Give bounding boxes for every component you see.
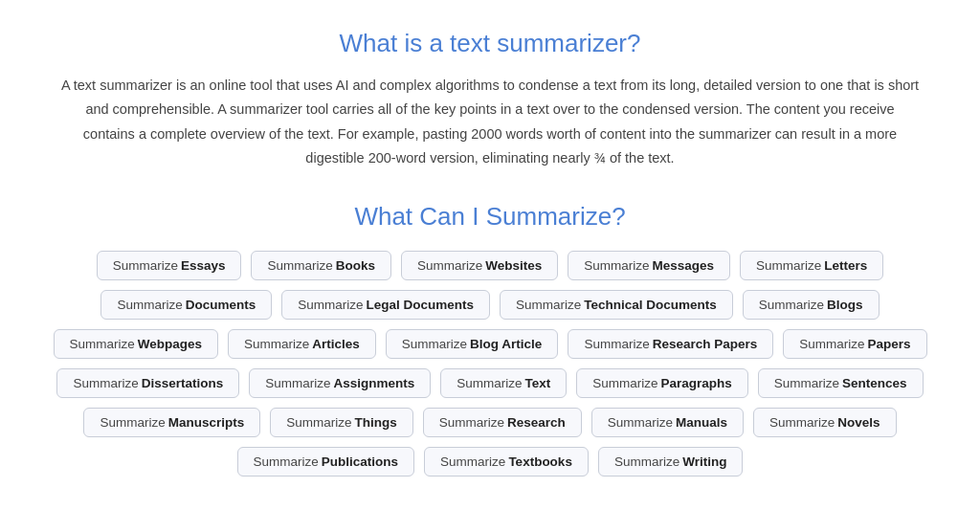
tag-websites[interactable]: SummarizeWebsites	[401, 251, 558, 280]
tag-manuals[interactable]: SummarizeManuals	[591, 408, 744, 437]
tag-blog-article[interactable]: SummarizeBlog Article	[386, 329, 559, 359]
tag-bold-label: Letters	[824, 258, 867, 273]
tag-prefix: Summarize	[402, 337, 467, 351]
tag-prefix: Summarize	[244, 337, 309, 351]
tag-articles[interactable]: SummarizeArticles	[228, 329, 376, 359]
tag-bold-label: Manuscripts	[168, 415, 245, 430]
tags-row-4: SummarizeManuscriptsSummarizeThingsSumma…	[83, 408, 896, 437]
tag-prefix: Summarize	[756, 258, 821, 273]
tag-prefix: Summarize	[584, 258, 649, 273]
tag-prefix: Summarize	[457, 376, 522, 390]
tag-prefix: Summarize	[592, 376, 657, 390]
tag-bold-label: Manuals	[676, 415, 727, 430]
tags-row-2: SummarizeWebpagesSummarizeArticlesSummar…	[54, 329, 927, 359]
tag-assignments[interactable]: SummarizeAssignments	[249, 368, 431, 398]
tag-prefix: Summarize	[113, 258, 178, 273]
tag-webpages[interactable]: SummarizeWebpages	[54, 329, 219, 359]
tag-bold-label: Websites	[485, 258, 542, 273]
tag-essays[interactable]: SummarizeEssays	[97, 251, 242, 280]
tag-papers[interactable]: SummarizePapers	[783, 329, 926, 359]
section2: What Can I Summarize? SummarizeEssaysSum…	[57, 202, 923, 477]
tag-prefix: Summarize	[584, 337, 649, 351]
tag-bold-label: Writing	[682, 454, 726, 469]
tag-novels[interactable]: SummarizeNovels	[753, 408, 897, 437]
tag-bold-label: Books	[336, 258, 375, 273]
tag-bold-label: Webpages	[138, 337, 202, 351]
tag-prefix: Summarize	[417, 258, 482, 273]
tag-prefix: Summarize	[440, 454, 505, 469]
tag-text[interactable]: SummarizeText	[440, 368, 567, 398]
section1-title: What is a text summarizer?	[57, 29, 923, 58]
tags-row-3: SummarizeDissertationsSummarizeAssignmen…	[56, 368, 923, 398]
tag-bold-label: Documents	[186, 298, 256, 312]
tag-bold-label: Sentences	[842, 376, 907, 390]
tag-prefix: Summarize	[73, 376, 138, 390]
tag-prefix: Summarize	[759, 298, 824, 312]
tag-paragraphs[interactable]: SummarizeParagraphs	[576, 368, 748, 398]
tag-letters[interactable]: SummarizeLetters	[740, 251, 883, 280]
tag-research-papers[interactable]: SummarizeResearch Papers	[568, 329, 773, 359]
tag-blogs[interactable]: SummarizeBlogs	[743, 290, 880, 320]
tag-bold-label: Paragraphs	[661, 376, 732, 390]
tags-row-5: SummarizePublicationsSummarizeTextbooksS…	[237, 447, 744, 477]
tag-prefix: Summarize	[614, 454, 679, 469]
tag-bold-label: Articles	[312, 337, 360, 351]
tags-row-0: SummarizeEssaysSummarizeBooksSummarizeWe…	[97, 251, 884, 280]
tag-writing[interactable]: SummarizeWriting	[598, 447, 744, 477]
tag-bold-label: Publications	[322, 454, 398, 469]
tag-publications[interactable]: SummarizePublications	[237, 447, 415, 477]
tag-prefix: Summarize	[774, 376, 839, 390]
tag-prefix: Summarize	[516, 298, 581, 312]
tag-bold-label: Research	[507, 415, 566, 430]
tag-prefix: Summarize	[254, 454, 319, 469]
tag-dissertations[interactable]: SummarizeDissertations	[56, 368, 239, 398]
tag-books[interactable]: SummarizeBooks	[251, 251, 391, 280]
tag-bold-label: Technical Documents	[584, 298, 717, 312]
tag-research[interactable]: SummarizeResearch	[423, 408, 582, 437]
tag-bold-label: Messages	[653, 258, 715, 273]
tag-sentences[interactable]: SummarizeSentences	[758, 368, 924, 398]
tag-things[interactable]: SummarizeThings	[270, 408, 413, 437]
tags-container: SummarizeEssaysSummarizeBooksSummarizeWe…	[57, 251, 923, 477]
tag-prefix: Summarize	[117, 298, 182, 312]
tag-legal-documents[interactable]: SummarizeLegal Documents	[281, 290, 490, 320]
tag-bold-label: Things	[354, 415, 396, 430]
section2-title: What Can I Summarize?	[57, 202, 923, 232]
tag-bold-label: Dissertations	[142, 376, 224, 390]
tag-prefix: Summarize	[608, 415, 673, 430]
tag-bold-label: Text	[524, 376, 550, 390]
tag-prefix: Summarize	[70, 337, 135, 351]
tag-bold-label: Textbooks	[508, 454, 572, 469]
tag-documents[interactable]: SummarizeDocuments	[100, 290, 272, 320]
section1-description: A text summarizer is an online tool that…	[59, 74, 921, 171]
tag-bold-label: Essays	[181, 258, 226, 273]
tag-prefix: Summarize	[265, 376, 330, 390]
tag-technical-documents[interactable]: SummarizeTechnical Documents	[500, 290, 733, 320]
tag-prefix: Summarize	[100, 415, 165, 430]
tag-messages[interactable]: SummarizeMessages	[568, 251, 730, 280]
tag-manuscripts[interactable]: SummarizeManuscripts	[83, 408, 260, 437]
tag-prefix: Summarize	[799, 337, 864, 351]
tag-bold-label: Papers	[867, 337, 910, 351]
tags-row-1: SummarizeDocumentsSummarizeLegal Documen…	[100, 290, 879, 320]
tag-bold-label: Blogs	[827, 298, 863, 312]
tag-prefix: Summarize	[439, 415, 504, 430]
tag-bold-label: Assignments	[333, 376, 414, 390]
tag-bold-label: Blog Article	[470, 337, 542, 351]
tag-bold-label: Legal Documents	[366, 298, 474, 312]
tag-bold-label: Research Papers	[653, 337, 758, 351]
tag-prefix: Summarize	[267, 258, 332, 273]
tag-bold-label: Novels	[837, 415, 880, 430]
tag-prefix: Summarize	[298, 298, 363, 312]
tag-textbooks[interactable]: SummarizeTextbooks	[424, 447, 589, 477]
tag-prefix: Summarize	[769, 415, 835, 430]
tag-prefix: Summarize	[286, 415, 351, 430]
